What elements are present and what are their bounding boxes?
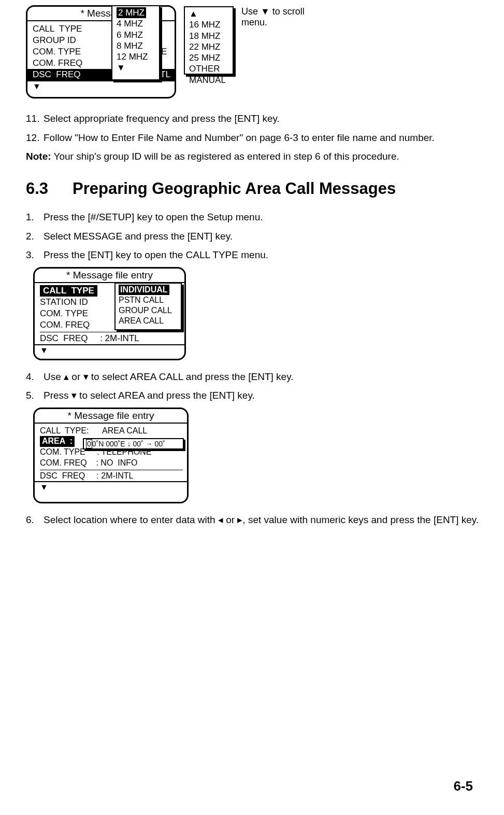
row-com-freq: COM. FREQ bbox=[40, 319, 90, 331]
row-com-type: COM. TYPE bbox=[33, 46, 81, 58]
scroll-down-icon[interactable]: ▼ bbox=[35, 344, 184, 356]
freq-popup[interactable]: 2 MHZ 4 MHZ 6 MHZ 8 MHZ 12 MHZ ▼ bbox=[111, 5, 160, 80]
step-number: 12. bbox=[26, 131, 44, 146]
row-com-type: COM. TYPE bbox=[40, 308, 88, 319]
step-number: 6. bbox=[26, 513, 44, 528]
row-call-type: CALL TYPE: AREA CALL bbox=[40, 426, 147, 437]
freq-option[interactable]: 22 MHZ bbox=[189, 41, 228, 52]
section-heading: 6.3Preparing Geographic Area Call Messag… bbox=[26, 177, 481, 201]
freq-option[interactable]: 4 MHZ bbox=[117, 18, 155, 29]
freq-option[interactable]: 12 MHZ bbox=[117, 51, 155, 62]
freq-option[interactable]: 8 MHZ bbox=[117, 40, 155, 51]
step-number: 3. bbox=[26, 248, 44, 263]
partial-char: E bbox=[161, 46, 167, 58]
freq-option[interactable]: 18 MHZ bbox=[189, 31, 228, 41]
calltype-option[interactable]: AREA CALL bbox=[119, 316, 178, 326]
scroll-hint: Use ▼ to scroll menu. bbox=[241, 6, 314, 28]
freq-option[interactable]: 6 MHZ bbox=[117, 30, 155, 40]
page-number: 6-5 bbox=[453, 778, 473, 794]
row-station-id: STATION ID bbox=[40, 297, 88, 308]
scroll-down-icon[interactable]: ▼ bbox=[27, 80, 175, 92]
step-text: Use ▴ or ▾ to select AREA CALL and press… bbox=[44, 370, 294, 385]
row-dsc-freq-val: TL bbox=[160, 69, 170, 80]
freq-option-selected[interactable]: 2 MHZ bbox=[117, 7, 146, 18]
step-text: Select appropriate frequency and press t… bbox=[44, 111, 280, 127]
calltype-option[interactable]: PSTN CALL bbox=[119, 295, 178, 305]
step-number: 4. bbox=[26, 370, 44, 385]
step-text: Press ▾ to select AREA and press the [EN… bbox=[44, 388, 255, 403]
message-panel-dscfreq: * Messag CALL TYPE GROUP ID COM. TYPEE C… bbox=[26, 5, 176, 99]
freq-popup-more: ▲ 16 MHZ 18 MHZ 22 MHZ 25 MHZ OTHER MANU… bbox=[184, 6, 234, 75]
row-area-selected: AREA : bbox=[40, 436, 75, 447]
panel-title: * Message file entry bbox=[35, 409, 187, 424]
freq-option[interactable]: OTHER bbox=[189, 63, 228, 74]
step-number: 1. bbox=[26, 210, 44, 225]
step-number: 5. bbox=[26, 388, 44, 403]
row-com-freq: COM. FREQ : NO INFO bbox=[40, 458, 137, 469]
row-dsc-freq: DSC FREQ bbox=[33, 69, 81, 80]
row-com-freq: COM. FREQ bbox=[33, 58, 82, 69]
step-text: Select location where to enter data with… bbox=[44, 513, 479, 528]
freq-option[interactable]: 16 MHZ bbox=[189, 19, 228, 30]
calltype-option-selected[interactable]: INDIVIDUAL bbox=[119, 285, 169, 295]
row-call-type-selected: CALL TYPE bbox=[40, 285, 97, 297]
calltype-popup[interactable]: INDIVIDUAL PSTN CALL GROUP CALL AREA CAL… bbox=[114, 283, 182, 330]
row-dsc-freq: DSC FREQ : 2M-INTL bbox=[40, 333, 139, 344]
freq-option[interactable]: 25 MHZ bbox=[189, 52, 228, 63]
scroll-down-icon[interactable]: ▼ bbox=[35, 481, 187, 493]
message-panel-area: * Message file entry CALL TYPE: AREA CAL… bbox=[33, 408, 189, 503]
step-text: Select MESSAGE and press the [ENT] key. bbox=[44, 229, 233, 244]
row-dsc-freq: DSC FREQ : 2M-INTL bbox=[40, 471, 133, 482]
panel-title: * Message file entry bbox=[35, 269, 184, 283]
area-cursor[interactable]: 0 bbox=[86, 439, 92, 448]
row-group-id: GROUP ID bbox=[33, 35, 76, 46]
calltype-option[interactable]: GROUP CALL bbox=[119, 305, 178, 316]
row-call-type: CALL TYPE bbox=[33, 23, 82, 35]
area-value: 0˚N 000˚E ↓ 00˚ → 00˚ bbox=[92, 440, 165, 448]
scroll-up-icon[interactable]: ▲ bbox=[189, 8, 228, 19]
step-number: 11. bbox=[26, 111, 44, 127]
step-text: Press the [#/SETUP] key to open the Setu… bbox=[44, 210, 263, 225]
message-panel-calltype: * Message file entry CALL TYPE STATION I… bbox=[33, 267, 186, 360]
area-input-box[interactable]: 00˚N 000˚E ↓ 00˚ → 00˚ bbox=[83, 438, 184, 449]
note-text: Your ship's group ID will be as register… bbox=[54, 151, 399, 162]
step-text: Follow "How to Enter File Name and Numbe… bbox=[44, 131, 435, 146]
step-number: 2. bbox=[26, 229, 44, 244]
freq-option[interactable]: MANUAL bbox=[189, 75, 228, 86]
step-text: Press the [ENT] key to open the CALL TYP… bbox=[44, 248, 268, 263]
scroll-down-icon[interactable]: ▼ bbox=[117, 62, 155, 73]
